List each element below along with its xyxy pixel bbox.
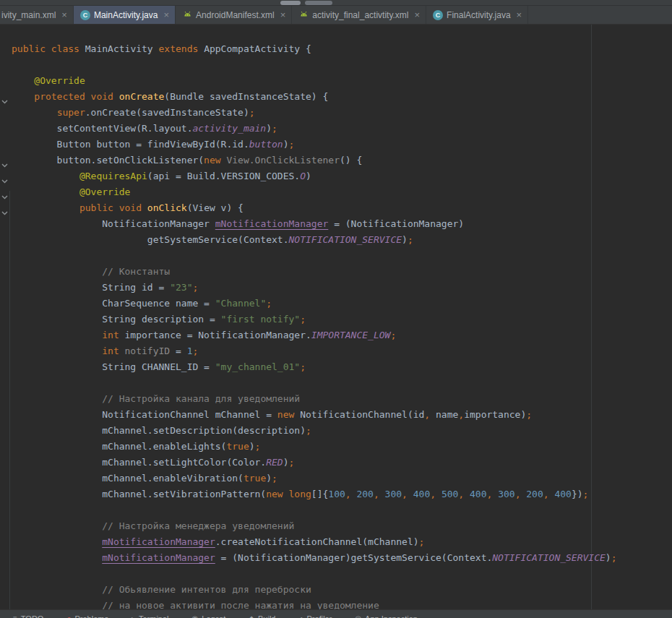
tab-label: MainActivity.java — [94, 10, 158, 20]
fold-marker-icon[interactable] — [1, 173, 8, 178]
tab-close-icon[interactable]: × — [61, 10, 67, 20]
code-line: Button button = findViewById(R.id.button… — [12, 137, 617, 153]
toolwindow-button-build[interactable]: ◆Build — [249, 614, 275, 618]
class-icon: C — [80, 10, 90, 20]
tab-close-icon[interactable]: × — [280, 10, 286, 20]
tab-activity_final_activtity.xml[interactable]: activity_final_activtity.xml× — [292, 6, 426, 24]
tab-FinalActivity.java[interactable]: CFinalActivity.java× — [426, 6, 528, 24]
android-icon — [182, 10, 192, 20]
ide-window: ivity_main.xml×CMainActivity.java×Androi… — [0, 0, 672, 618]
code-line: mNotificationManager.createNotificationC… — [12, 534, 617, 550]
toolwindow-button-label: Terminal — [139, 614, 169, 618]
code-line: // Обьявление интентов для переброски — [12, 582, 617, 598]
code-line — [12, 566, 617, 582]
toolwindow-button-logcat[interactable]: ◉Logcat — [192, 614, 226, 618]
fold-marker-icon[interactable] — [1, 189, 8, 194]
code-area[interactable]: public class MainActivity extends AppCom… — [0, 25, 617, 614]
code-line: NotificationManager mNotificationManager… — [12, 216, 617, 232]
code-line: setContentView(R.layout.activity_main); — [12, 121, 617, 137]
code-line: super.onCreate(savedInstanceState); — [12, 105, 617, 121]
toolwindow-button-terminal[interactable]: ▸Terminal — [132, 614, 169, 618]
toolwindow-button-profiler[interactable]: ◔Profiler — [298, 614, 332, 618]
tab-ivity_main.xml[interactable]: ivity_main.xml× — [0, 6, 74, 24]
status-bar: ≡TODO●Problems▸Terminal◉Logcat◆Build◔Pro… — [0, 609, 672, 618]
code-line: NotificationChannel mChannel = new Notif… — [12, 407, 617, 423]
tab-bar: ivity_main.xml×CMainActivity.java×Androi… — [0, 6, 672, 25]
tab-close-icon[interactable]: × — [415, 10, 421, 20]
android-icon — [298, 10, 309, 20]
code-line: @Override — [12, 184, 617, 200]
code-line: mChannel.setVibrationPattern(new long[]{… — [12, 486, 617, 502]
code-line: // Настройка менеджера уведомлений — [12, 518, 617, 534]
code-line: @RequiresApi(api = Build.VERSION_CODES.O… — [12, 168, 617, 184]
toolwindow-button-app-inspection[interactable]: ◎App Inspection — [355, 614, 418, 618]
code-line — [12, 57, 617, 73]
todo-icon: ≡ — [13, 615, 17, 618]
code-line — [12, 248, 617, 264]
fold-marker-icon[interactable] — [1, 94, 8, 98]
build-icon: ◆ — [249, 615, 254, 618]
editor[interactable]: public class MainActivity extends AppCom… — [0, 25, 672, 618]
code-line: int importance = NotificationManager.IMP… — [12, 327, 617, 343]
code-line: mChannel.setLightColor(Color.RED); — [12, 455, 617, 471]
code-line — [12, 502, 617, 518]
tab-close-icon[interactable]: × — [517, 10, 522, 20]
main-toolbar — [0, 0, 672, 6]
code-line: button.setOnClickListener(new View.OnCli… — [12, 153, 617, 168]
code-line: mChannel.setDescription(description); — [12, 423, 617, 439]
code-line: protected void onCreate(Bundle savedInst… — [12, 89, 617, 105]
code-line: String CHANNEL_ID = "my_channel_01"; — [12, 359, 617, 375]
code-line — [12, 375, 617, 391]
tab-MainActivity.java[interactable]: CMainActivity.java× — [74, 6, 176, 24]
toolbar-button-partial[interactable] — [280, 1, 301, 5]
profiler-icon: ◔ — [298, 615, 303, 618]
fold-marker-icon[interactable] — [1, 158, 8, 162]
code-line: mChannel.enableVibration(true); — [12, 471, 617, 486]
toolwindow-button-label: TODO — [21, 614, 44, 618]
gutter — [0, 25, 11, 618]
code-line: mChannel.enableLights(true); — [12, 439, 617, 455]
fold-marker-icon[interactable] — [1, 205, 8, 210]
code-line: // Константы — [12, 264, 617, 280]
code-line: String description = "first notify"; — [12, 312, 617, 327]
tab-label: activity_final_activtity.xml — [312, 10, 408, 20]
logcat-icon: ◉ — [192, 615, 199, 618]
code-line: @Override — [12, 73, 617, 89]
code-line: getSystemService(Context.NOTIFICATION_SE… — [12, 232, 617, 248]
toolwindow-button-problems[interactable]: ●Problems — [66, 614, 108, 618]
tab-label: ivity_main.xml — [1, 10, 56, 20]
tab-label: FinalActivity.java — [447, 10, 510, 20]
toolbar-button-partial[interactable] — [305, 1, 332, 5]
code-line: mNotificationManager = (NotificationMana… — [12, 550, 617, 566]
tab-label: AndroidManifest.xml — [196, 10, 275, 20]
toolwindow-button-label: Logcat — [202, 614, 225, 618]
code-line: String id = "23"; — [12, 280, 617, 296]
tab-AndroidManifest.xml[interactable]: AndroidManifest.xml× — [176, 6, 292, 24]
code-line: public void onClick(View v) { — [12, 200, 617, 216]
toolwindow-button-label: App Inspection — [365, 614, 418, 618]
toolwindow-button-label: Build — [258, 614, 275, 618]
terminal-icon: ▸ — [132, 615, 135, 618]
app-inspection-icon: ◎ — [355, 615, 361, 618]
class-icon: C — [433, 10, 443, 20]
code-line: CharSequence name = "Channel"; — [12, 296, 617, 312]
code-line: public class MainActivity extends AppCom… — [12, 41, 617, 57]
code-line: int notifyID = 1; — [12, 343, 617, 359]
code-line: // Настройка канала для уведомлений — [12, 391, 617, 407]
tab-close-icon[interactable]: × — [163, 10, 169, 20]
problems-icon: ● — [66, 615, 71, 618]
toolwindow-button-label: Profiler — [307, 614, 332, 618]
toolwindow-button-todo[interactable]: ≡TODO — [13, 614, 43, 618]
toolwindow-button-label: Problems — [74, 614, 108, 618]
